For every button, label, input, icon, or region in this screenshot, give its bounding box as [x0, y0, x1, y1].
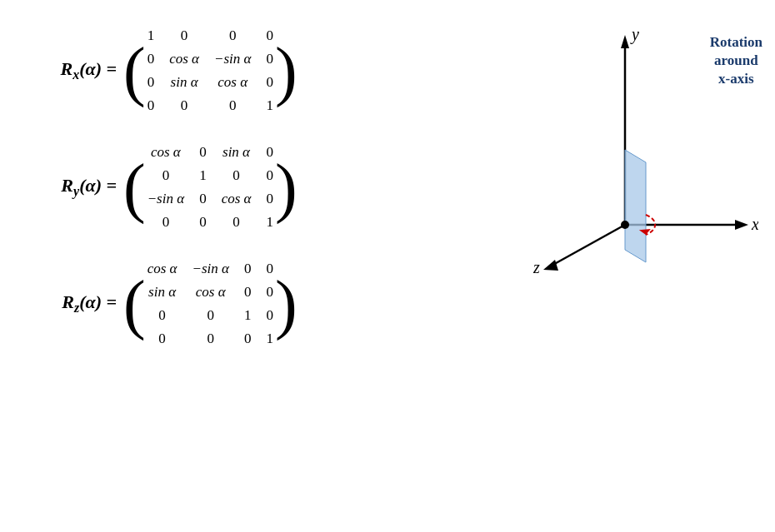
cell: 0 [264, 165, 275, 186]
y-axis-label: y [630, 25, 639, 44]
label-ry: Ry(α) = [25, 175, 117, 199]
main-content: Rx(α) = ( 1 0 0 0 0 cos α −sin α 0 0 sin… [0, 0, 775, 532]
svg-marker-5 [543, 260, 558, 271]
cell: cos α [146, 258, 179, 280]
cell: 0 [168, 95, 201, 117]
cell: 0 [190, 305, 230, 326]
cell: 0 [146, 48, 157, 70]
cell: −sin α [190, 258, 230, 280]
grid-rx: 1 0 0 0 0 cos α −sin α 0 0 sin α cos α 0… [146, 25, 275, 117]
label-rz: Rz(α) = [25, 291, 117, 316]
cell: 0 [264, 142, 275, 163]
bracket-left-rx: ( [123, 42, 146, 99]
grid-ry: cos α 0 sin α 0 0 1 0 0 −sin α 0 cos α 0… [146, 142, 275, 233]
svg-line-4 [550, 225, 625, 266]
cell: 0 [212, 25, 252, 47]
equation-ry: Ry(α) = ( cos α 0 sin α 0 0 1 0 0 −sin α… [25, 142, 458, 233]
matrix-rx: ( 1 0 0 0 0 cos α −sin α 0 0 sin α cos α… [123, 25, 298, 117]
cell: cos α [220, 188, 253, 210]
cell: 0 [146, 328, 179, 350]
x-axis-label: x [751, 215, 758, 233]
diagram-panel: y x z Rotation around x-axis [475, 0, 775, 532]
cell: −sin α [146, 188, 186, 210]
cell: 0 [264, 258, 275, 280]
cell: 0 [198, 188, 208, 210]
cell: 0 [146, 211, 186, 233]
cell: 0 [146, 95, 157, 117]
rotation-label-line1: Rotation [710, 34, 762, 50]
cell: cos α [212, 72, 252, 93]
cell: 0 [220, 211, 253, 233]
cell: 0 [264, 48, 275, 70]
label-rx: Rx(α) = [25, 58, 117, 82]
cell: 0 [264, 281, 275, 303]
cell: 0 [264, 305, 275, 326]
cell: 1 [264, 328, 275, 350]
cell: cos α [146, 142, 186, 163]
cell: 0 [242, 258, 253, 280]
rotation-label-line3: x-axis [718, 71, 754, 87]
equation-rx: Rx(α) = ( 1 0 0 0 0 cos α −sin α 0 0 sin… [25, 25, 458, 117]
cell: 1 [264, 95, 275, 117]
cell: 1 [264, 211, 275, 233]
cell: sin α [168, 72, 201, 93]
cell: 0 [264, 188, 275, 210]
bracket-left-rz: ( [123, 276, 146, 332]
equation-rz: Rz(α) = ( cos α −sin α 0 0 sin α cos α 0… [25, 258, 458, 350]
cell: 0 [146, 165, 186, 186]
rotation-label-line2: around [714, 52, 758, 68]
cell: 0 [190, 328, 230, 350]
svg-marker-3 [735, 220, 748, 230]
cell: sin α [220, 142, 253, 163]
equations-panel: Rx(α) = ( 1 0 0 0 0 cos α −sin α 0 0 sin… [0, 0, 475, 532]
cell: 0 [264, 25, 275, 47]
svg-marker-6 [625, 150, 646, 262]
cell: 0 [242, 281, 253, 303]
cell: 1 [146, 25, 157, 47]
cell: 0 [198, 211, 208, 233]
grid-rz: cos α −sin α 0 0 sin α cos α 0 0 0 0 1 0… [146, 258, 275, 350]
cell: 0 [212, 95, 252, 117]
cell: 1 [198, 165, 208, 186]
cell: 0 [220, 165, 253, 186]
cell: sin α [146, 281, 179, 303]
cell: 1 [242, 305, 253, 326]
cell: 0 [242, 328, 253, 350]
cell: −sin α [212, 48, 252, 70]
bracket-left-ry: ( [123, 159, 146, 216]
cell: 0 [146, 72, 157, 93]
matrix-ry: ( cos α 0 sin α 0 0 1 0 0 −sin α 0 cos α… [123, 142, 298, 233]
cell: cos α [168, 48, 201, 70]
bracket-right-rz: ) [275, 276, 298, 332]
origin-dot [621, 221, 629, 229]
cell: 0 [146, 305, 179, 326]
cell: cos α [190, 281, 230, 303]
cell: 0 [264, 72, 275, 93]
matrix-rz: ( cos α −sin α 0 0 sin α cos α 0 0 0 0 1… [123, 258, 298, 350]
z-axis-label: z [532, 258, 540, 275]
bracket-right-ry: ) [275, 159, 298, 216]
rotation-label: Rotation around x-axis [710, 33, 762, 88]
bracket-right-rx: ) [275, 42, 298, 99]
svg-marker-1 [621, 35, 629, 48]
cell: 0 [198, 142, 208, 163]
cell: 0 [168, 25, 201, 47]
